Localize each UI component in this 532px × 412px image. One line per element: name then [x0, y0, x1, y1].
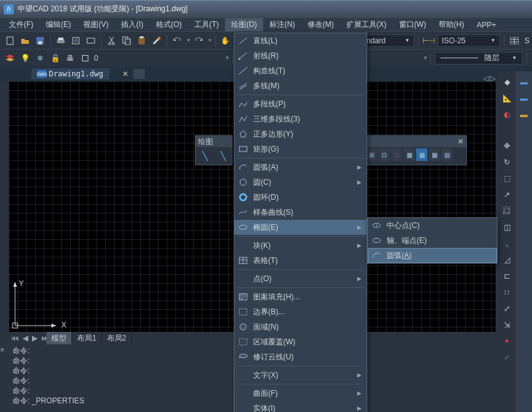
print-icon[interactable]: [54, 34, 68, 48]
new-tab-button[interactable]: [133, 69, 145, 79]
layer-manager-icon[interactable]: [3, 51, 17, 65]
prop-btn-5[interactable]: ▦: [416, 148, 427, 161]
menu-修改(M)[interactable]: 修改(M): [301, 18, 340, 31]
new-icon[interactable]: [3, 34, 17, 48]
menu-item-boundary[interactable]: 边界(B)...: [234, 304, 367, 319]
menu-item-arc[interactable]: 圆弧(A)▶: [234, 160, 367, 175]
file-tab[interactable]: DWG Drawing1.dwg: [31, 68, 110, 80]
lineweight-combo[interactable]: 随层 ▼: [435, 52, 523, 64]
erase-icon[interactable]: ◆: [500, 75, 514, 89]
submenu-item-center[interactable]: 中心点(C): [368, 218, 497, 233]
tab-layout2[interactable]: 布局2: [102, 332, 132, 345]
prop-btn-4[interactable]: ▦: [404, 148, 415, 161]
menu-item-rect[interactable]: 矩形(G): [234, 142, 367, 157]
paste-icon[interactable]: [135, 34, 149, 48]
menu-编辑(E)[interactable]: 编辑(E): [39, 18, 77, 31]
chamfer-icon[interactable]: ◿: [500, 253, 514, 267]
menu-item-mline[interactable]: 多线(M): [234, 78, 367, 93]
menu-文件(F)[interactable]: 文件(F): [3, 18, 39, 31]
dimstyle-icon[interactable]: ⊢⊣: [422, 34, 436, 48]
menu-视图(V)[interactable]: 视图(V): [77, 18, 115, 31]
menu-工具(T)[interactable]: 工具(T): [188, 18, 225, 31]
line-icon[interactable]: 📐: [500, 91, 514, 105]
submenu-item-arc[interactable]: 圆弧(A): [368, 248, 497, 263]
prop-btn-2[interactable]: ⊡: [378, 148, 390, 161]
tab-first-icon[interactable]: ⏮: [11, 334, 19, 342]
menu-帮助(H)[interactable]: 帮助(H): [432, 18, 471, 31]
cut-icon[interactable]: [105, 34, 118, 48]
array-icon[interactable]: ∷: [500, 286, 514, 299]
menu-item-line[interactable]: 直线(L): [234, 33, 367, 48]
layer-plot-icon[interactable]: 🖶: [63, 51, 77, 65]
pan-icon[interactable]: ✋: [219, 34, 232, 48]
line-tool-icon[interactable]: ╲: [202, 151, 207, 161]
prop-btn-3[interactable]: ∷: [391, 148, 402, 161]
save-icon[interactable]: [33, 34, 47, 48]
menu-item-revcloud[interactable]: 修订云线(U): [234, 349, 367, 364]
menu-item-item[interactable]: 块(K)▶: [234, 238, 367, 253]
layer-lock-icon[interactable]: 🔓: [48, 51, 62, 65]
menu-item-item[interactable]: 文字(X)▶: [234, 368, 367, 383]
prop-btn-1[interactable]: ⊞: [366, 148, 377, 161]
menu-插入(I)[interactable]: 插入(I): [115, 18, 149, 31]
menu-item-item[interactable]: 实体(I)▶: [234, 401, 367, 412]
menu-窗口(W)[interactable]: 窗口(W): [393, 18, 432, 31]
menu-item-ellipse[interactable]: 椭圆(E)▶: [234, 220, 367, 235]
menu-item-3dpoly[interactable]: 三维多段线(3): [234, 111, 367, 126]
submenu-item-axis[interactable]: 轴、端点(E): [368, 233, 497, 248]
close-tab-icon[interactable]: ✕: [122, 70, 128, 78]
menu-item-item[interactable]: 点(O)▶: [234, 271, 367, 286]
trim-icon[interactable]: ⬚: [500, 172, 514, 185]
palette-btn-2[interactable]: ▬: [517, 91, 531, 105]
menu-item-ray[interactable]: 射线(R): [234, 48, 367, 63]
menu-item-hatch[interactable]: 图案填充(H)...: [234, 289, 367, 304]
layer-color-swatch[interactable]: [78, 51, 92, 65]
menu-item-wipeout[interactable]: 区域覆盖(W): [234, 334, 367, 349]
palette-btn-3[interactable]: ▬: [517, 108, 531, 121]
move-icon[interactable]: ✥: [500, 139, 514, 153]
floating-close-icon[interactable]: ✕: [457, 137, 464, 146]
menu-item-region[interactable]: 面域(N): [234, 319, 367, 334]
tab-model[interactable]: 模型: [46, 332, 72, 345]
extend-icon[interactable]: ↗: [500, 188, 514, 202]
menu-item-circle[interactable]: 圆(C)▶: [234, 175, 367, 190]
mirror-icon[interactable]: ◫: [500, 220, 514, 234]
redo-icon[interactable]: [192, 34, 206, 48]
fillet-icon[interactable]: ◟: [500, 237, 514, 250]
menu-标注(N)[interactable]: 标注(N): [263, 18, 301, 31]
match-props-icon[interactable]: [150, 34, 164, 48]
copy-icon[interactable]: [120, 34, 133, 48]
print-preview-icon[interactable]: [69, 34, 83, 48]
tablestyle-icon[interactable]: [508, 34, 521, 48]
open-icon[interactable]: [18, 34, 32, 48]
floating-toolbar-title[interactable]: 绘图: [196, 136, 232, 147]
menu-APP+[interactable]: APP+: [471, 18, 503, 31]
copy-icon[interactable]: ⿴: [500, 204, 514, 218]
menu-item-table[interactable]: 表格(T): [234, 253, 367, 268]
publish-icon[interactable]: [84, 34, 98, 48]
menu-item-spline[interactable]: 样条曲线(S): [234, 205, 367, 220]
dimstyle-combo[interactable]: ISO-25▼: [437, 34, 500, 47]
tab-layout1[interactable]: 布局1: [72, 332, 102, 345]
explode-icon[interactable]: ✦: [500, 334, 514, 348]
circle-icon[interactable]: ◐: [500, 108, 514, 121]
prop-btn-7[interactable]: ▤: [441, 148, 452, 161]
menu-格式(O)[interactable]: 格式(O): [150, 18, 188, 31]
xline-tool-icon[interactable]: ╲: [221, 151, 226, 161]
join-icon[interactable]: ✓: [500, 351, 514, 364]
layer-freeze-icon[interactable]: ❄: [33, 51, 47, 65]
tab-prev-icon[interactable]: ◀: [23, 334, 28, 342]
properties-toolbar-floating[interactable]: ✕ ⊞ ⊡ ∷ ▦ ▦ ▦ ▤: [364, 135, 467, 165]
menu-item-donut[interactable]: 圆环(D): [234, 190, 367, 205]
layer-lightbulb-icon[interactable]: 💡: [18, 51, 32, 65]
prop-btn-6[interactable]: ▦: [429, 148, 440, 161]
offset-icon[interactable]: ⊏: [500, 269, 514, 283]
cmdline-close-icon[interactable]: ×: [0, 346, 4, 354]
palette-btn-1[interactable]: ▬: [517, 75, 531, 89]
draw-toolbar-floating[interactable]: 绘图 ╲ ╲: [195, 135, 232, 165]
scale-icon[interactable]: ⤢: [500, 302, 514, 316]
menu-扩展工具(X)[interactable]: 扩展工具(X): [340, 18, 393, 31]
undo-icon[interactable]: [170, 34, 184, 48]
menu-绘图(D)[interactable]: 绘图(D): [225, 18, 263, 31]
menu-item-pline[interactable]: 多段线(P): [234, 96, 367, 111]
